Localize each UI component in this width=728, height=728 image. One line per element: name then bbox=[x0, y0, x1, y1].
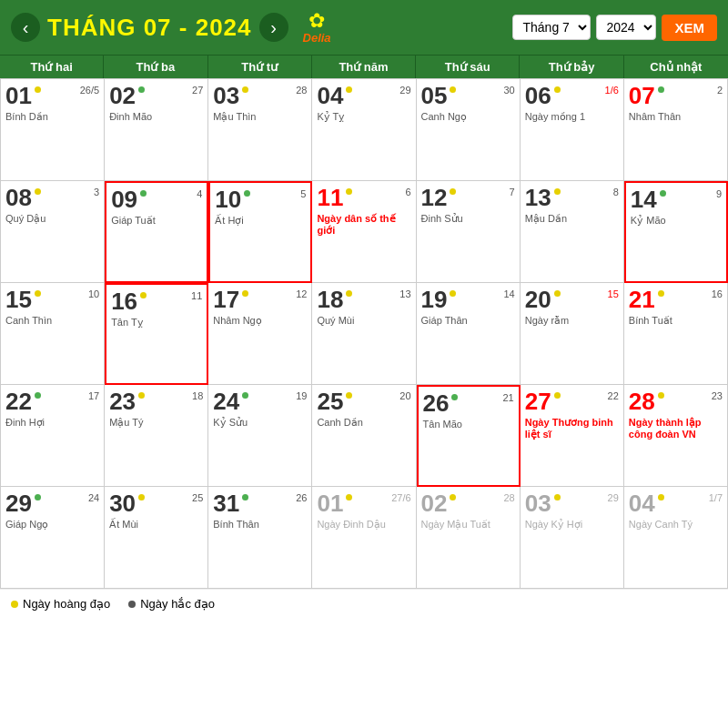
lunar-name: Ngày rằm bbox=[525, 315, 619, 327]
lunar-top-date: 27 bbox=[192, 85, 203, 96]
month-select[interactable]: Tháng 7 bbox=[512, 15, 591, 40]
calendar-cell[interactable]: 611Ngày dân số thế giới bbox=[312, 181, 416, 283]
lunar-top-date: 18 bbox=[192, 390, 203, 401]
calendar-cell[interactable]: 1419Giáp Thân bbox=[417, 283, 521, 385]
hoang-dao-dot-indicator bbox=[242, 290, 248, 297]
lunar-name: Ngày Kỷ Hợi bbox=[525, 519, 619, 531]
calendar-cell[interactable]: 1722Đinh Hợi bbox=[1, 385, 105, 487]
lunar-top-date: 16 bbox=[712, 288, 723, 299]
date-number: 06 bbox=[525, 83, 551, 109]
calendar-cell[interactable]: 1015Canh Thìn bbox=[1, 283, 105, 385]
calendar-cell[interactable]: 2227Ngày Thương binh liệt sĩ bbox=[521, 385, 624, 487]
calendar-cell[interactable]: 2702Đinh Mão bbox=[105, 79, 208, 181]
hac-dao-dot-indicator bbox=[242, 392, 248, 399]
year-select[interactable]: 2024 bbox=[596, 15, 656, 40]
hoang-dao-dot-indicator bbox=[450, 290, 456, 297]
date-number: 23 bbox=[109, 389, 136, 415]
date-number: 21 bbox=[629, 287, 655, 313]
calendar-cell[interactable]: 510Ất Hợi bbox=[208, 181, 312, 283]
calendar-cell[interactable]: 27/601Ngày Đinh Dậu bbox=[312, 487, 416, 589]
hoang-dao-dot-indicator bbox=[346, 188, 352, 195]
main-date: 15 bbox=[5, 287, 99, 313]
main-date: 14 bbox=[631, 187, 722, 213]
calendar-cell[interactable]: 2631Bính Thân bbox=[208, 487, 312, 589]
calendar-cell[interactable]: 26/501Bính Dần bbox=[1, 79, 105, 181]
calendar-cell[interactable]: 2802Ngày Mậu Tuất bbox=[417, 487, 521, 589]
hoang-dao-dot-indicator bbox=[554, 86, 561, 93]
date-number: 16 bbox=[111, 288, 137, 315]
header: ‹ THÁNG 07 - 2024 › ✿ Delia Tháng 7 2024… bbox=[0, 0, 728, 55]
calendar-cell[interactable]: 2903Ngày Kỷ Hợi bbox=[521, 487, 624, 589]
logo: ✿ Delia bbox=[303, 11, 331, 45]
main-date: 08 bbox=[5, 185, 99, 211]
calendar-cell[interactable]: 3005Canh Ngọ bbox=[417, 79, 521, 181]
calendar-cell[interactable]: 1/704Ngày Canh Tý bbox=[624, 487, 728, 589]
lunar-top-date: 12 bbox=[296, 288, 307, 299]
date-number: 27 bbox=[525, 389, 551, 415]
day-header: Thứ hai bbox=[0, 56, 104, 78]
date-number: 04 bbox=[317, 83, 343, 109]
calendar-cell[interactable]: 308Quý Dậu bbox=[1, 181, 105, 283]
main-date: 31 bbox=[213, 490, 307, 517]
lunar-name: Giáp Tuất bbox=[111, 215, 202, 227]
calendar-cell[interactable]: 2126Tân Mão bbox=[417, 385, 521, 487]
lunar-name: Ngày mồng 1 bbox=[525, 111, 619, 123]
calendar-cell[interactable]: 2803Mậu Thìn bbox=[208, 79, 312, 181]
main-date: 19 bbox=[421, 287, 515, 313]
date-number: 01 bbox=[5, 83, 32, 109]
lunar-name: Mậu Tý bbox=[109, 417, 203, 429]
date-number: 12 bbox=[421, 185, 448, 211]
lunar-name: Bính Tuất bbox=[629, 315, 723, 327]
lunar-name: Giáp Thân bbox=[421, 315, 515, 326]
hoang-dao-dot-indicator bbox=[346, 494, 352, 500]
calendar-cell[interactable]: 1/606Ngày mồng 1 bbox=[521, 79, 624, 181]
xem-button[interactable]: XEM bbox=[662, 15, 717, 41]
calendar-cell[interactable]: 1823Mậu Tý bbox=[105, 385, 208, 487]
calendar-cell[interactable]: 2429Giáp Ngọ bbox=[1, 487, 105, 589]
day-header: Thứ tư bbox=[208, 56, 312, 78]
calendar-cell[interactable]: 2530Ất Mùi bbox=[105, 487, 208, 589]
calendar-cell[interactable]: 409Giáp Tuất bbox=[105, 181, 208, 283]
day-header: Thứ sáu bbox=[416, 56, 520, 78]
date-number: 01 bbox=[317, 490, 343, 517]
calendar: Thứ haiThứ baThứ tưThứ nămThứ sáuThứ bảy… bbox=[0, 55, 728, 589]
calendar-cell[interactable]: 1318Quý Mùi bbox=[312, 283, 416, 385]
calendar-cell[interactable]: 1217Nhâm Ngọ bbox=[208, 283, 312, 385]
lunar-top-date: 29 bbox=[608, 492, 619, 503]
calendar-cell[interactable]: 813Mậu Dần bbox=[521, 181, 624, 283]
calendar-cell[interactable]: 914Kỷ Mão bbox=[624, 181, 728, 283]
lunar-top-date: 22 bbox=[608, 390, 619, 401]
day-header: Thứ năm bbox=[312, 56, 416, 78]
header-controls: Tháng 7 2024 XEM bbox=[512, 15, 717, 41]
main-date: 25 bbox=[317, 389, 410, 415]
date-number: 13 bbox=[525, 185, 551, 211]
calendar-cell[interactable]: 207Nhâm Thân bbox=[624, 79, 728, 181]
date-number: 17 bbox=[213, 287, 239, 313]
calendar-cell[interactable]: 1621Bính Tuất bbox=[624, 283, 728, 385]
main-date: 04 bbox=[317, 83, 410, 109]
calendar-cell[interactable]: 1924Kỷ Sửu bbox=[208, 385, 312, 487]
date-number: 22 bbox=[5, 389, 32, 415]
date-number: 07 bbox=[629, 83, 655, 109]
calendar-cell[interactable]: 2025Canh Dần bbox=[312, 385, 416, 487]
calendar-cell[interactable]: 712Đinh Sửu bbox=[417, 181, 521, 283]
next-month-button[interactable]: › bbox=[259, 13, 288, 42]
hac-dao-dot-indicator bbox=[138, 86, 145, 93]
lunar-name: Canh Dần bbox=[317, 417, 410, 429]
special-event: Ngày dân số thế giới bbox=[317, 213, 410, 237]
date-number: 10 bbox=[215, 187, 241, 213]
date-number: 30 bbox=[109, 490, 136, 517]
prev-month-button[interactable]: ‹ bbox=[11, 13, 40, 42]
hoang-dao-dot-indicator bbox=[35, 86, 41, 93]
lunar-name: Ngày Mậu Tuất bbox=[421, 519, 515, 531]
calendar-cell[interactable]: 1116Tân Tỵ bbox=[105, 283, 208, 385]
lunar-name: Mậu Thìn bbox=[213, 111, 307, 123]
lunar-name: Nhâm Thân bbox=[629, 111, 723, 122]
calendar-cell[interactable]: 2328Ngày thành lập công đoàn VN bbox=[624, 385, 728, 487]
calendar-cell[interactable]: 2904Kỷ Tỵ bbox=[312, 79, 416, 181]
lunar-top-date: 17 bbox=[88, 390, 99, 401]
hac-dao-label: Ngày hắc đạo bbox=[140, 597, 215, 611]
lunar-name: Kỷ Sửu bbox=[213, 417, 307, 429]
calendar-cell[interactable]: 1520Ngày rằm bbox=[521, 283, 624, 385]
date-number: 24 bbox=[213, 389, 239, 415]
